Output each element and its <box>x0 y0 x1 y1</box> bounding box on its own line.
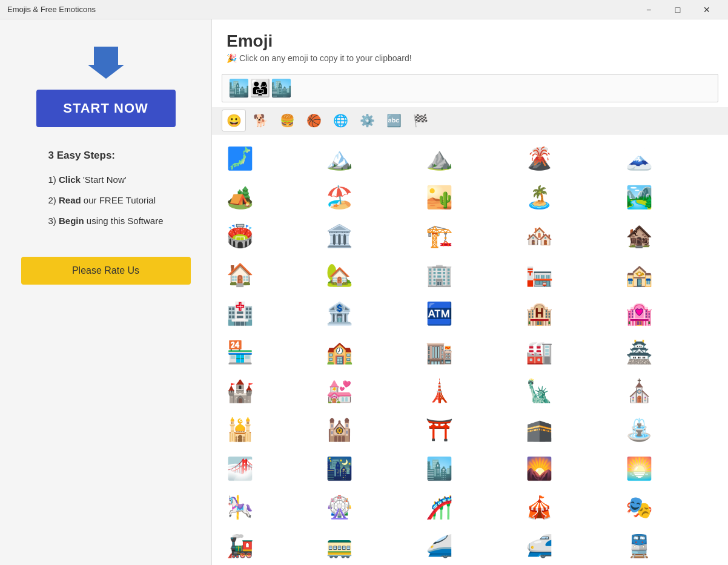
emoji-cell[interactable]: 🚄 <box>422 528 458 564</box>
emoji-cell[interactable]: 🕌 <box>222 412 258 448</box>
step-2: 2) Read our FREE Tutorial <box>48 191 163 210</box>
tab-people[interactable]: 😀 <box>222 110 246 131</box>
emoji-cell[interactable]: 🗼 <box>422 373 458 409</box>
emoji-cell[interactable]: 🚂 <box>222 528 258 564</box>
emoji-cell[interactable]: 🎠 <box>222 489 258 526</box>
emoji-cell[interactable]: 🏦 <box>322 296 358 332</box>
emoji-cell[interactable]: 🎢 <box>422 489 458 526</box>
emoji-cell[interactable]: 🏥 <box>222 296 258 332</box>
minimize-button[interactable]: − <box>635 0 663 19</box>
emoji-cell[interactable]: 🕋 <box>521 412 557 448</box>
step2-label: 2) Read our FREE Tutorial <box>48 195 156 205</box>
emoji-grid: 🗾🏔️⛰️🌋🗻🏕️🏖️🏜️🏝️🏞️🏟️🏛️🏗️🏘️🏚️🏠🏡🏢🏣🏤🏥🏦🏧🏨🏩🏪🏫🏬… <box>222 140 718 565</box>
titlebar: Emojis & Free Emoticons − □ ✕ <box>0 0 728 19</box>
start-now-button[interactable]: START NOW <box>36 90 176 127</box>
svg-marker-0 <box>88 47 124 79</box>
emoji-cell[interactable]: 🏡 <box>322 257 358 293</box>
rate-us-button[interactable]: Please Rate Us <box>21 257 191 285</box>
emoji-cell[interactable]: 🏭 <box>521 334 557 371</box>
emoji-cell[interactable]: 🏧 <box>422 296 458 332</box>
emoji-cell[interactable]: 🌃 <box>322 451 358 487</box>
emoji-cell[interactable]: 🏔️ <box>322 140 358 177</box>
emoji-cell[interactable]: 🏜️ <box>422 179 458 216</box>
emoji-cell[interactable]: ⛰️ <box>422 140 458 177</box>
arrow-icon <box>88 44 124 80</box>
emoji-cell[interactable]: 🌄 <box>521 451 557 487</box>
emoji-cell[interactable]: 🏝️ <box>521 179 557 216</box>
emoji-cell[interactable]: 🚆 <box>621 528 657 564</box>
emoji-cell[interactable]: 🏯 <box>621 334 657 371</box>
emoji-cell[interactable]: 🚃 <box>322 528 358 564</box>
emoji-cell[interactable]: 🏫 <box>322 334 358 371</box>
step-1: 1) Click 'Start Now' <box>48 171 163 189</box>
close-button[interactable]: ✕ <box>693 0 721 19</box>
emoji-cell[interactable]: 🏗️ <box>422 218 458 254</box>
tab-nature[interactable]: 🐕 <box>248 110 273 131</box>
main-content: START NOW 3 Easy Steps: 1) Click 'Start … <box>0 19 728 565</box>
emoji-cell[interactable]: ⛪ <box>621 373 657 409</box>
steps-title: 3 Easy Steps: <box>48 145 163 166</box>
maximize-button[interactable]: □ <box>664 0 692 19</box>
step3-label: 3) Begin using this Software <box>48 216 163 226</box>
emoji-cell[interactable]: 🌁 <box>222 451 258 487</box>
emoji-cell[interactable]: 🕍 <box>322 412 358 448</box>
steps-container: 3 Easy Steps: 1) Click 'Start Now' 2) Re… <box>48 145 163 233</box>
emoji-cell[interactable]: 🗾 <box>222 140 258 177</box>
search-emoji-icons: 🏙️👨‍👩‍👧🏙️ <box>228 78 292 98</box>
emoji-subtitle: 🎉 Click on any emoji to copy it to your … <box>227 53 713 63</box>
emoji-cell[interactable]: 🌅 <box>621 451 657 487</box>
emoji-cell[interactable]: 🏪 <box>222 334 258 371</box>
emoji-header: Emoji 🎉 Click on any emoji to copy it to… <box>212 19 728 69</box>
tab-travel[interactable]: 🌐 <box>328 110 352 131</box>
emoji-cell[interactable]: 🏖️ <box>322 179 358 216</box>
emoji-cell[interactable]: 🏤 <box>621 257 657 293</box>
right-panel: Emoji 🎉 Click on any emoji to copy it to… <box>212 19 728 565</box>
emoji-grid-container[interactable]: 🗾🏔️⛰️🌋🗻🏕️🏖️🏜️🏝️🏞️🏟️🏛️🏗️🏘️🏚️🏠🏡🏢🏣🏤🏥🏦🏧🏨🏩🏪🏫🏬… <box>212 134 728 565</box>
tab-objects[interactable]: ⚙️ <box>355 110 379 131</box>
emoji-cell[interactable]: 🏰 <box>222 373 258 409</box>
subtitle-text: 🎉 Click on any emoji to copy it to your … <box>227 53 412 63</box>
emoji-cell[interactable]: 🎪 <box>521 489 557 526</box>
emoji-cell[interactable]: 🏨 <box>521 296 557 332</box>
emoji-cell[interactable]: 🏬 <box>422 334 458 371</box>
emoji-cell[interactable]: 🏛️ <box>322 218 358 254</box>
window-controls: − □ ✕ <box>635 0 721 19</box>
left-panel: START NOW 3 Easy Steps: 1) Click 'Start … <box>0 19 212 565</box>
emoji-cell[interactable]: ⛩️ <box>422 412 458 448</box>
emoji-cell[interactable]: 🎡 <box>322 489 358 526</box>
emoji-cell[interactable]: 🏘️ <box>521 218 557 254</box>
emoji-cell[interactable]: 🚅 <box>521 528 557 564</box>
emoji-cell[interactable]: 🏟️ <box>222 218 258 254</box>
emoji-cell[interactable]: 🏣 <box>521 257 557 293</box>
tab-food[interactable]: 🍔 <box>275 110 299 131</box>
emoji-cell[interactable]: ⛲ <box>621 412 657 448</box>
category-tabs: 😀 🐕 🍔 🏀 🌐 ⚙️ 🔤 🏁 <box>212 107 728 134</box>
emoji-cell[interactable]: 💒 <box>322 373 358 409</box>
step1-label: 1) Click 'Start Now' <box>48 174 126 185</box>
emoji-cell[interactable]: 🏠 <box>222 257 258 293</box>
emoji-cell[interactable]: 🏚️ <box>621 218 657 254</box>
emoji-cell[interactable]: 🎭 <box>621 489 657 526</box>
emoji-cell[interactable]: 🏕️ <box>222 179 258 216</box>
step-3: 3) Begin using this Software <box>48 212 163 230</box>
tab-flags[interactable]: 🏁 <box>408 110 432 131</box>
search-bar[interactable]: 🏙️👨‍👩‍👧🏙️ <box>222 74 718 102</box>
emoji-cell[interactable]: 🗻 <box>621 140 657 177</box>
emoji-cell[interactable]: 🗽 <box>521 373 557 409</box>
titlebar-title: Emojis & Free Emoticons <box>7 5 635 14</box>
emoji-title: Emoji <box>227 31 713 51</box>
emoji-cell[interactable]: 🏩 <box>621 296 657 332</box>
emoji-cell[interactable]: 🏞️ <box>621 179 657 216</box>
emoji-cell[interactable]: 🏢 <box>422 257 458 293</box>
tab-activity[interactable]: 🏀 <box>302 110 326 131</box>
tab-symbols[interactable]: 🔤 <box>382 110 406 131</box>
emoji-cell[interactable]: 🏙️ <box>422 451 458 487</box>
emoji-cell[interactable]: 🌋 <box>521 140 557 177</box>
